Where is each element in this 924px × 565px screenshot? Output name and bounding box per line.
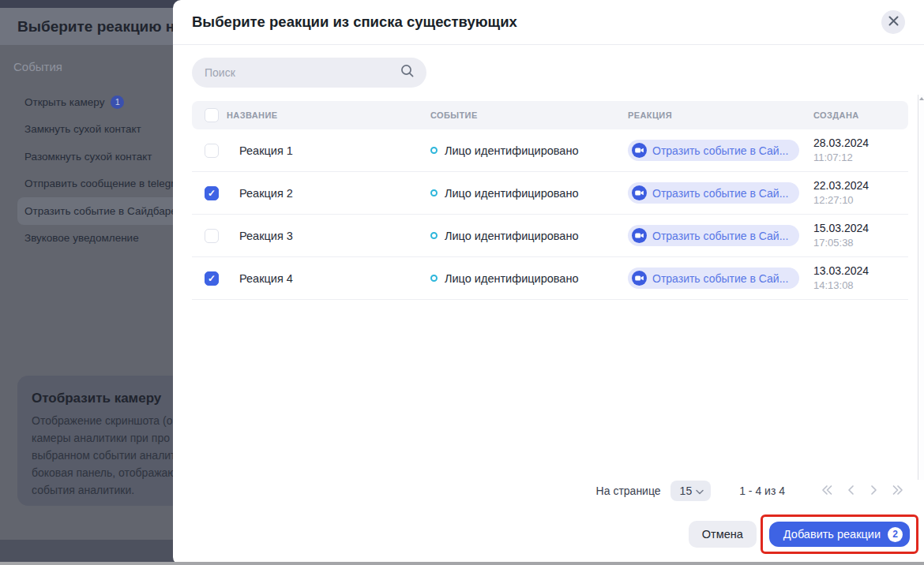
column-header-created: СОЗДАНА	[813, 110, 908, 120]
first-page-button[interactable]	[818, 482, 836, 500]
row-event-label: Лицо идентифицировано	[445, 144, 578, 157]
chevron-left-icon	[847, 485, 855, 498]
search-box	[192, 58, 426, 88]
camera-icon	[632, 271, 647, 286]
sidebar-item-label: Звуковое уведомление	[24, 232, 139, 244]
range-label: 1 - 4 из 4	[739, 485, 785, 497]
camera-icon	[632, 143, 647, 158]
row-reaction-label: Отразить событие в Сай...	[652, 144, 788, 157]
sidebar-item-label: Замкнуть сухой контакт	[24, 123, 141, 135]
column-header-event: СОБЫТИЕ	[430, 110, 628, 120]
column-header-reaction: РЕАКЦИЯ	[628, 110, 813, 120]
selected-count-badge: 2	[888, 527, 903, 542]
row-checkbox[interactable]: ✓	[205, 186, 219, 200]
table-row[interactable]: ✓ Реакция 2 Лицо идентифицировано Отрази…	[192, 172, 908, 215]
double-chevron-left-icon	[821, 485, 833, 498]
cancel-button[interactable]: Отмена	[689, 521, 757, 548]
reaction-chip[interactable]: Отразить событие в Сай...	[628, 182, 799, 204]
background-dialog-title: Выберите реакцию н	[17, 18, 175, 36]
sidebar-item-label: Отразить событие в Сайдбаре	[24, 205, 177, 217]
screen: Выберите реакцию н События Открыть камер…	[0, 0, 924, 565]
select-reactions-modal: Выберите реакции из списка существующих	[173, 0, 924, 565]
close-button[interactable]	[881, 10, 905, 34]
per-page-select[interactable]: 15	[670, 481, 712, 501]
reaction-chip[interactable]: Отразить событие в Сай...	[628, 140, 799, 161]
add-reactions-label: Добавить реакции	[783, 528, 881, 541]
row-date: 28.03.2024	[813, 135, 908, 151]
row-name: Реакция 3	[227, 230, 430, 242]
row-event-label: Лицо идентифицировано	[445, 187, 578, 200]
modal-title: Выберите реакции из списка существующих	[192, 13, 517, 31]
chevron-down-icon	[696, 485, 704, 497]
table-header-row: НАЗВАНИЕ СОБЫТИЕ РЕАКЦИЯ СОЗДАНА	[192, 101, 908, 129]
horizontal-scrollbar[interactable]	[0, 562, 924, 565]
camera-icon	[632, 185, 647, 200]
row-reaction-label: Отразить событие в Сай...	[652, 272, 788, 285]
table-row[interactable]: Реакция 3 Лицо идентифицировано Отразить…	[192, 215, 908, 257]
table-body: Реакция 1 Лицо идентифицировано Отразить…	[192, 129, 908, 300]
modal-body: НАЗВАНИЕ СОБЫТИЕ РЕАКЦИЯ СОЗДАНА Реакция…	[173, 45, 924, 565]
search-input[interactable]	[205, 66, 400, 79]
row-date: 22.03.2024	[813, 178, 908, 193]
row-time: 12:27:10	[813, 193, 908, 208]
row-name: Реакция 4	[227, 272, 430, 285]
row-name: Реакция 2	[227, 187, 430, 200]
sidebar-item-label: Открыть камеру	[24, 96, 104, 108]
row-event-label: Лицо идентифицировано	[445, 230, 578, 242]
row-time: 11:07:12	[813, 151, 908, 166]
sidebar-item-label: Разомкнуть сухой контакт	[24, 151, 152, 163]
row-checkbox[interactable]	[205, 144, 219, 158]
scroll-up-arrow-icon	[919, 97, 924, 100]
add-reactions-button[interactable]: Добавить реакции 2	[769, 522, 910, 547]
modal-footer: Отмена Добавить реакции 2	[192, 508, 908, 565]
pagination-bar: На странице 15 1 - 4 из 4	[192, 472, 908, 508]
per-page-label: На странице	[596, 485, 661, 497]
prev-page-button[interactable]	[842, 482, 859, 500]
close-icon	[888, 16, 899, 28]
modal-header: Выберите реакции из списка существующих	[173, 0, 924, 45]
table-row[interactable]: Реакция 1 Лицо идентифицировано Отразить…	[192, 129, 908, 172]
last-page-button[interactable]	[889, 482, 907, 500]
double-chevron-right-icon	[892, 485, 904, 498]
row-reaction-label: Отразить событие в Сай...	[652, 187, 788, 200]
event-status-icon	[430, 189, 438, 196]
table-row[interactable]: ✓ Реакция 4 Лицо идентифицировано Отрази…	[192, 257, 908, 300]
chevron-right-icon	[870, 485, 878, 498]
event-status-icon	[430, 275, 438, 282]
reaction-chip[interactable]: Отразить событие в Сай...	[628, 268, 799, 289]
reaction-chip[interactable]: Отразить событие в Сай...	[628, 225, 799, 246]
row-name: Реакция 1	[227, 144, 430, 157]
events-section-label: События	[13, 60, 62, 73]
reactions-table: НАЗВАНИЕ СОБЫТИЕ РЕАКЦИЯ СОЗДАНА Реакция…	[192, 101, 908, 300]
camera-icon	[632, 228, 647, 243]
search-icon	[400, 64, 415, 81]
red-highlight-box: Добавить реакции 2	[761, 514, 918, 554]
event-status-icon	[430, 147, 438, 154]
row-checkbox[interactable]	[205, 229, 219, 243]
row-checkbox[interactable]: ✓	[205, 271, 219, 286]
next-page-button[interactable]	[866, 482, 883, 500]
pagination-nav	[818, 482, 907, 500]
event-status-icon	[430, 232, 438, 239]
row-event-label: Лицо идентифицировано	[445, 272, 578, 285]
sidebar-item-badge: 1	[111, 95, 124, 109]
row-reaction-label: Отразить событие в Сай...	[652, 230, 788, 242]
vertical-scrollbar[interactable]	[918, 95, 924, 480]
row-date: 13.03.2024	[813, 263, 908, 279]
per-page-value: 15	[680, 485, 693, 497]
column-header-name: НАЗВАНИЕ	[227, 110, 430, 120]
row-time: 14:13:08	[813, 279, 908, 294]
select-all-checkbox[interactable]	[205, 108, 219, 122]
row-date: 15.03.2024	[813, 220, 908, 236]
sidebar-item-label: Отправить сообщение в telegra	[24, 178, 180, 189]
row-time: 17:05:38	[813, 236, 908, 251]
